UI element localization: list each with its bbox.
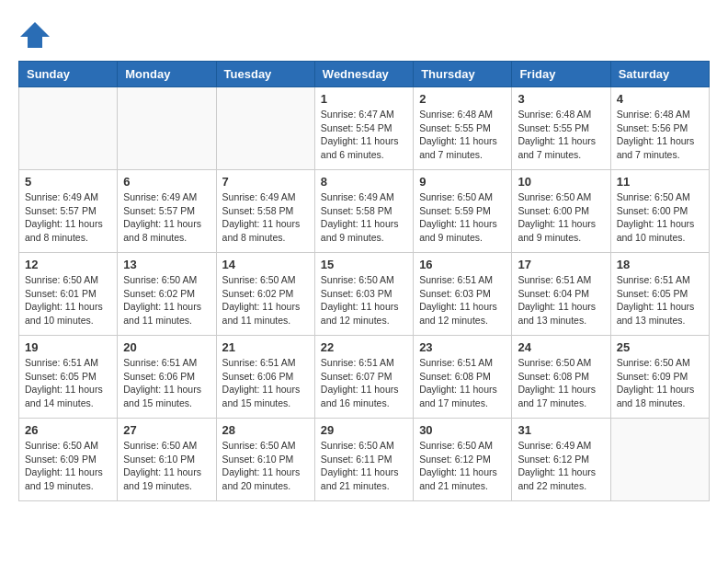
calendar-cell: 20Sunrise: 6:51 AMSunset: 6:06 PMDayligh… [118,336,216,419]
day-number: 13 [123,258,210,271]
day-info: Sunrise: 6:50 AMSunset: 5:59 PMDaylight:… [419,190,506,245]
calendar-cell: 27Sunrise: 6:50 AMSunset: 6:10 PMDayligh… [118,419,216,501]
day-header-thursday: Thursday [414,62,512,87]
day-info: Sunrise: 6:50 AMSunset: 6:08 PMDaylight:… [518,356,604,410]
day-info: Sunrise: 6:50 AMSunset: 6:09 PMDaylight:… [617,356,703,410]
day-info: Sunrise: 6:50 AMSunset: 6:09 PMDaylight:… [25,439,111,493]
calendar-week-1: 1Sunrise: 6:47 AMSunset: 5:54 PMDaylight… [19,87,710,170]
day-info: Sunrise: 6:48 AMSunset: 5:55 PMDaylight:… [419,108,506,162]
svg-marker-1 [20,22,50,48]
day-number: 4 [617,92,703,106]
calendar-cell: 23Sunrise: 6:51 AMSunset: 6:08 PMDayligh… [414,336,512,419]
day-info: Sunrise: 6:51 AMSunset: 6:05 PMDaylight:… [617,273,703,327]
day-number: 24 [518,340,604,354]
day-info: Sunrise: 6:51 AMSunset: 6:04 PMDaylight:… [518,273,604,327]
calendar-cell [118,87,216,170]
calendar-cell: 29Sunrise: 6:50 AMSunset: 6:11 PMDayligh… [314,419,413,501]
day-number: 25 [617,340,703,354]
day-info: Sunrise: 6:51 AMSunset: 6:07 PMDaylight:… [321,356,407,410]
day-number: 19 [25,340,111,354]
day-info: Sunrise: 6:48 AMSunset: 5:56 PMDaylight:… [617,108,703,162]
day-number: 7 [222,175,309,189]
day-header-monday: Monday [118,62,216,87]
calendar-cell: 26Sunrise: 6:50 AMSunset: 6:09 PMDayligh… [19,419,118,501]
day-info: Sunrise: 6:51 AMSunset: 6:06 PMDaylight:… [222,356,309,410]
logo-icon [18,18,51,52]
day-info: Sunrise: 6:50 AMSunset: 6:00 PMDaylight:… [617,190,703,245]
day-info: Sunrise: 6:50 AMSunset: 6:12 PMDaylight:… [419,439,506,493]
day-header-friday: Friday [512,62,610,87]
day-number: 27 [123,423,210,437]
calendar-cell: 25Sunrise: 6:50 AMSunset: 6:09 PMDayligh… [610,336,709,419]
day-info: Sunrise: 6:48 AMSunset: 5:55 PMDaylight:… [518,108,604,162]
calendar-week-5: 26Sunrise: 6:50 AMSunset: 6:09 PMDayligh… [19,419,710,501]
day-number: 9 [419,175,506,189]
calendar-cell [610,419,709,501]
calendar-cell: 28Sunrise: 6:50 AMSunset: 6:10 PMDayligh… [216,419,314,501]
calendar-cell: 22Sunrise: 6:51 AMSunset: 6:07 PMDayligh… [314,336,413,419]
day-number: 10 [518,175,604,189]
calendar-cell: 8Sunrise: 6:49 AMSunset: 5:58 PMDaylight… [314,170,413,253]
day-number: 16 [419,258,506,271]
day-header-sunday: Sunday [19,62,118,87]
day-info: Sunrise: 6:49 AMSunset: 5:57 PMDaylight:… [25,190,111,245]
calendar-cell: 31Sunrise: 6:49 AMSunset: 6:12 PMDayligh… [512,419,610,501]
calendar-cell: 5Sunrise: 6:49 AMSunset: 5:57 PMDaylight… [19,170,118,253]
day-number: 1 [321,92,407,106]
day-number: 21 [222,340,309,354]
day-number: 6 [123,175,210,189]
day-number: 23 [419,340,506,354]
calendar-cell: 18Sunrise: 6:51 AMSunset: 6:05 PMDayligh… [610,253,709,336]
day-info: Sunrise: 6:50 AMSunset: 6:00 PMDaylight:… [518,190,604,245]
day-number: 29 [321,423,407,437]
calendar-cell: 3Sunrise: 6:48 AMSunset: 5:55 PMDaylight… [512,87,610,170]
day-info: Sunrise: 6:49 AMSunset: 5:57 PMDaylight:… [123,190,210,245]
calendar-cell: 1Sunrise: 6:47 AMSunset: 5:54 PMDaylight… [314,87,413,170]
day-number: 22 [321,340,407,354]
day-number: 30 [419,423,506,437]
day-number: 14 [222,258,309,271]
day-info: Sunrise: 6:50 AMSunset: 6:11 PMDaylight:… [321,439,407,493]
calendar-cell: 30Sunrise: 6:50 AMSunset: 6:12 PMDayligh… [414,419,512,501]
calendar-cell: 24Sunrise: 6:50 AMSunset: 6:08 PMDayligh… [512,336,610,419]
calendar-cell: 12Sunrise: 6:50 AMSunset: 6:01 PMDayligh… [19,253,118,336]
day-info: Sunrise: 6:51 AMSunset: 6:05 PMDaylight:… [25,356,111,410]
calendar-cell: 6Sunrise: 6:49 AMSunset: 5:57 PMDaylight… [118,170,216,253]
day-header-wednesday: Wednesday [314,62,413,87]
day-number: 17 [518,258,604,271]
calendar-cell: 19Sunrise: 6:51 AMSunset: 6:05 PMDayligh… [19,336,118,419]
calendar-cell [216,87,314,170]
day-header-saturday: Saturday [610,62,709,87]
calendar-week-4: 19Sunrise: 6:51 AMSunset: 6:05 PMDayligh… [19,336,710,419]
calendar-cell: 11Sunrise: 6:50 AMSunset: 6:00 PMDayligh… [610,170,709,253]
calendar-cell: 10Sunrise: 6:50 AMSunset: 6:00 PMDayligh… [512,170,610,253]
day-number: 11 [617,175,703,189]
day-info: Sunrise: 6:49 AMSunset: 5:58 PMDaylight:… [321,190,407,245]
day-info: Sunrise: 6:50 AMSunset: 6:10 PMDaylight:… [123,439,210,493]
day-number: 18 [617,258,703,271]
day-info: Sunrise: 6:50 AMSunset: 6:01 PMDaylight:… [25,273,111,327]
day-info: Sunrise: 6:51 AMSunset: 6:03 PMDaylight:… [419,273,506,327]
calendar-cell: 17Sunrise: 6:51 AMSunset: 6:04 PMDayligh… [512,253,610,336]
calendar-header-row: SundayMondayTuesdayWednesdayThursdayFrid… [19,62,710,87]
calendar-cell [19,87,118,170]
day-number: 12 [25,258,111,271]
calendar-cell: 14Sunrise: 6:50 AMSunset: 6:02 PMDayligh… [216,253,314,336]
calendar-cell: 7Sunrise: 6:49 AMSunset: 5:58 PMDaylight… [216,170,314,253]
day-info: Sunrise: 6:50 AMSunset: 6:10 PMDaylight:… [222,439,309,493]
day-number: 31 [518,423,604,437]
day-info: Sunrise: 6:50 AMSunset: 6:02 PMDaylight:… [123,273,210,327]
day-info: Sunrise: 6:49 AMSunset: 6:12 PMDaylight:… [518,439,604,493]
day-number: 8 [321,175,407,189]
page-header [18,18,710,52]
day-number: 2 [419,92,506,106]
day-info: Sunrise: 6:51 AMSunset: 6:08 PMDaylight:… [419,356,506,410]
day-info: Sunrise: 6:47 AMSunset: 5:54 PMDaylight:… [321,108,407,162]
day-number: 15 [321,258,407,271]
calendar-table: SundayMondayTuesdayWednesdayThursdayFrid… [18,61,710,501]
day-number: 3 [518,92,604,106]
day-info: Sunrise: 6:50 AMSunset: 6:02 PMDaylight:… [222,273,309,327]
day-info: Sunrise: 6:50 AMSunset: 6:03 PMDaylight:… [321,273,407,327]
day-header-tuesday: Tuesday [216,62,314,87]
day-info: Sunrise: 6:49 AMSunset: 5:58 PMDaylight:… [222,190,309,245]
